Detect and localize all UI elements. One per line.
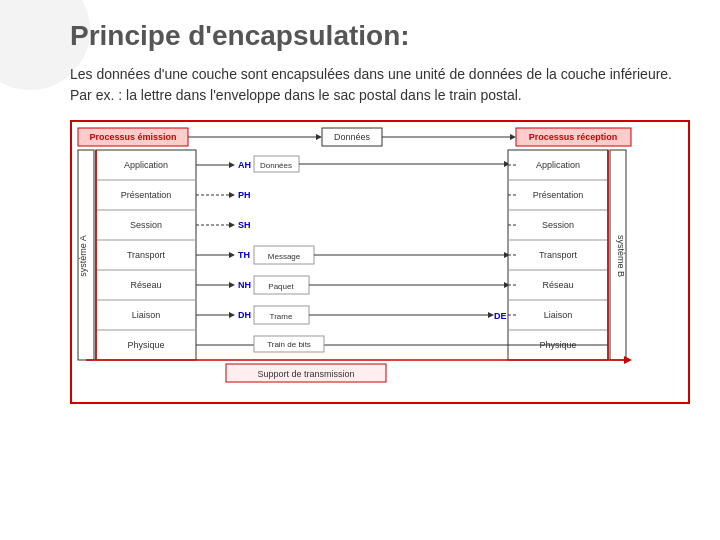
svg-text:Réseau: Réseau (542, 280, 573, 290)
page-description: Les données d'une couche sont encapsulée… (70, 64, 690, 106)
svg-text:Données: Données (334, 132, 371, 142)
svg-text:AH: AH (238, 160, 251, 170)
svg-text:DE: DE (494, 311, 507, 321)
encapsulation-diagram: Processus émission Données Processus réc… (70, 120, 690, 404)
svg-text:Physique: Physique (127, 340, 164, 350)
svg-text:Application: Application (124, 160, 168, 170)
svg-text:DH: DH (238, 310, 251, 320)
svg-text:Session: Session (130, 220, 162, 230)
svg-text:NH: NH (238, 280, 251, 290)
svg-marker-35 (229, 282, 235, 288)
svg-text:PH: PH (238, 190, 251, 200)
svg-marker-3 (316, 134, 322, 140)
svg-marker-27 (229, 162, 235, 168)
page-title: Principe d'encapsulation: (70, 20, 690, 52)
svg-marker-33 (229, 252, 235, 258)
svg-text:Session: Session (542, 220, 574, 230)
diagram-svg: Processus émission Données Processus réc… (76, 126, 688, 398)
svg-text:Train de bits: Train de bits (267, 340, 311, 349)
svg-text:Présentation: Présentation (533, 190, 584, 200)
svg-marker-37 (229, 312, 235, 318)
svg-text:Liaison: Liaison (132, 310, 161, 320)
svg-marker-88 (624, 356, 632, 364)
svg-text:Processus réception: Processus réception (529, 132, 618, 142)
svg-text:Transport: Transport (539, 250, 578, 260)
svg-text:Support de transmission: Support de transmission (257, 369, 354, 379)
svg-text:Liaison: Liaison (544, 310, 573, 320)
svg-text:Réseau: Réseau (130, 280, 161, 290)
svg-text:TH: TH (238, 250, 250, 260)
svg-text:Message: Message (268, 252, 301, 261)
svg-text:Présentation: Présentation (121, 190, 172, 200)
svg-text:système B: système B (616, 235, 626, 277)
svg-text:Application: Application (536, 160, 580, 170)
svg-marker-31 (229, 222, 235, 228)
svg-marker-7 (510, 134, 516, 140)
svg-text:Données: Données (260, 161, 292, 170)
svg-text:Trame: Trame (270, 312, 293, 321)
svg-text:SH: SH (238, 220, 251, 230)
svg-text:Processus émission: Processus émission (89, 132, 176, 142)
svg-marker-29 (229, 192, 235, 198)
svg-text:Paquet: Paquet (268, 282, 294, 291)
svg-text:système A: système A (78, 235, 88, 277)
svg-text:Transport: Transport (127, 250, 166, 260)
page-content: Principe d'encapsulation: Les données d'… (0, 0, 720, 414)
